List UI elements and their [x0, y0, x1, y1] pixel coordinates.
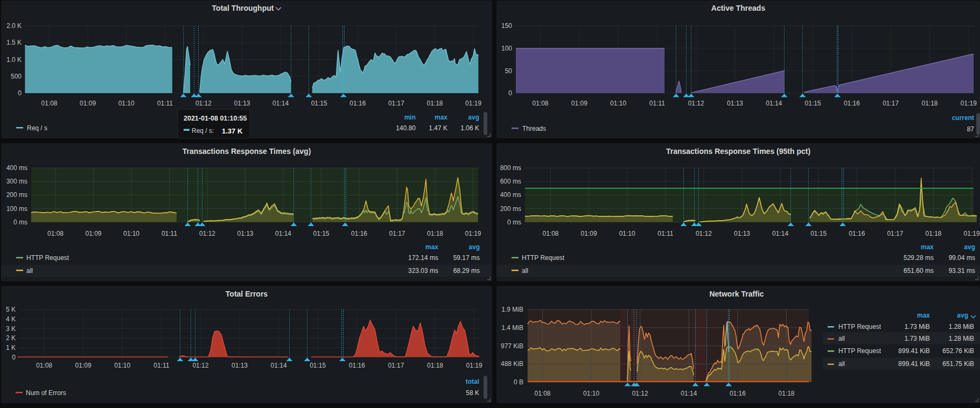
svg-text:300 ms: 300 ms: [6, 178, 27, 185]
svg-text:all: all: [838, 335, 845, 342]
svg-text:avg: avg: [957, 312, 968, 319]
svg-text:2.0 K: 2.0 K: [6, 22, 22, 30]
svg-text:01:12: 01:12: [688, 100, 704, 107]
svg-text:3 K: 3 K: [6, 325, 16, 333]
svg-text:01:16: 01:16: [844, 100, 860, 107]
svg-text:899.41 KiB: 899.41 KiB: [898, 360, 930, 368]
svg-text:Transactions Response Times (9: Transactions Response Times (95th pct): [666, 147, 810, 156]
svg-text:0: 0: [12, 354, 16, 361]
svg-text:01:08: 01:08: [36, 362, 52, 369]
svg-text:all: all: [838, 360, 845, 368]
svg-text:1.06 K: 1.06 K: [460, 124, 479, 132]
svg-text:Active Threads: Active Threads: [711, 4, 766, 12]
svg-text:01:08: 01:08: [542, 230, 558, 237]
svg-text:01:11: 01:11: [657, 230, 673, 237]
svg-text:140.80: 140.80: [396, 124, 416, 132]
svg-text:max: max: [435, 114, 447, 121]
svg-text:min: min: [404, 114, 416, 121]
svg-text:01:14: 01:14: [772, 230, 788, 237]
svg-text:01:13: 01:13: [232, 362, 248, 369]
svg-text:01:17: 01:17: [389, 230, 405, 237]
svg-text:150: 150: [501, 22, 512, 30]
svg-text:0: 0: [18, 89, 22, 97]
svg-text:01:08: 01:08: [41, 100, 57, 107]
svg-text:4 K: 4 K: [6, 315, 16, 323]
svg-text:01:09: 01:09: [75, 362, 92, 369]
svg-text:01:12: 01:12: [632, 390, 648, 397]
svg-text:400 ms: 400 ms: [6, 164, 27, 172]
svg-text:1.28 MiB: 1.28 MiB: [949, 323, 974, 330]
svg-text:all: all: [522, 267, 528, 275]
svg-text:58 K: 58 K: [466, 389, 479, 397]
svg-text:01:11: 01:11: [157, 100, 173, 107]
svg-text:01:09: 01:09: [581, 230, 597, 237]
svg-text:488 KiB: 488 KiB: [501, 360, 523, 368]
svg-text:1.47 K: 1.47 K: [429, 124, 447, 132]
svg-text:max: max: [921, 243, 934, 251]
svg-text:600 ms: 600 ms: [500, 178, 521, 185]
svg-text:01:08: 01:08: [534, 390, 550, 397]
svg-text:400 ms: 400 ms: [500, 191, 521, 199]
svg-text:652.76 KiB: 652.76 KiB: [942, 347, 974, 355]
svg-text:01:14: 01:14: [766, 100, 782, 107]
svg-text:0: 0: [508, 89, 512, 97]
svg-text:HTTP Request: HTTP Request: [26, 254, 69, 262]
svg-text:200 ms: 200 ms: [6, 191, 27, 199]
svg-text:68.29 ms: 68.29 ms: [453, 267, 480, 275]
svg-text:93.31 ms: 93.31 ms: [949, 267, 975, 275]
svg-text:2 K: 2 K: [6, 334, 16, 342]
svg-text:0 B: 0 B: [514, 378, 523, 386]
svg-text:HTTP Request: HTTP Request: [838, 323, 881, 330]
svg-text:899.41 KiB: 899.41 KiB: [898, 347, 930, 355]
svg-text:01:09: 01:09: [85, 230, 101, 237]
svg-text:01:08: 01:08: [47, 230, 64, 237]
svg-text:100 ms: 100 ms: [6, 205, 27, 213]
svg-text:01:12: 01:12: [192, 362, 208, 369]
svg-text:01:18: 01:18: [921, 100, 937, 107]
svg-text:HTTP Request: HTTP Request: [522, 254, 565, 262]
svg-text:01:15: 01:15: [310, 362, 326, 369]
svg-text:01:10: 01:10: [118, 100, 135, 107]
svg-text:01:19: 01:19: [465, 230, 481, 237]
svg-text:Transactions Response Times (a: Transactions Response Times (avg): [183, 147, 311, 156]
svg-text:Threads: Threads: [522, 125, 546, 132]
svg-text:1.5 K: 1.5 K: [6, 39, 22, 46]
svg-text:avg: avg: [964, 243, 975, 251]
svg-text:01:19: 01:19: [961, 100, 977, 107]
svg-text:current: current: [952, 114, 974, 122]
svg-text:100: 100: [501, 45, 512, 52]
svg-text:01:14: 01:14: [275, 230, 291, 237]
svg-text:01:12: 01:12: [195, 100, 212, 107]
svg-text:50: 50: [505, 67, 513, 75]
svg-text:01:09: 01:09: [80, 100, 96, 107]
svg-text:01:13: 01:13: [237, 230, 253, 237]
svg-text:HTTP Request: HTTP Request: [838, 347, 881, 355]
svg-text:01:15: 01:15: [810, 230, 827, 237]
svg-text:01:10: 01:10: [114, 362, 130, 369]
svg-text:avg: avg: [468, 243, 480, 251]
svg-text:all: all: [26, 267, 33, 275]
svg-text:01:08: 01:08: [532, 100, 548, 107]
svg-text:01:12: 01:12: [696, 230, 712, 237]
svg-text:01:15: 01:15: [805, 100, 821, 107]
svg-text:01:14: 01:14: [681, 390, 697, 397]
svg-text:max: max: [425, 243, 438, 251]
svg-text:1.37 K: 1.37 K: [222, 127, 243, 135]
svg-text:651.60 ms: 651.60 ms: [904, 267, 934, 275]
svg-text:max: max: [917, 312, 930, 319]
svg-text:800 ms: 800 ms: [500, 164, 521, 172]
svg-text:total: total: [466, 378, 479, 385]
svg-text:651.75 KiB: 651.75 KiB: [942, 360, 974, 368]
svg-text:87: 87: [967, 125, 975, 133]
svg-text:01:14: 01:14: [271, 362, 287, 369]
svg-text:1.73 MiB: 1.73 MiB: [905, 335, 930, 342]
svg-text:1.9 MiB: 1.9 MiB: [501, 306, 523, 313]
svg-text:Req / s: Req / s: [27, 124, 47, 132]
svg-text:01:16: 01:16: [349, 100, 366, 107]
svg-text:01:18: 01:18: [427, 362, 443, 369]
svg-text:01:10: 01:10: [123, 230, 139, 237]
svg-text:01:18: 01:18: [778, 390, 794, 397]
svg-text:01:17: 01:17: [883, 100, 899, 107]
svg-text:Network Traffic: Network Traffic: [709, 290, 764, 298]
svg-text:01:10: 01:10: [619, 230, 635, 237]
